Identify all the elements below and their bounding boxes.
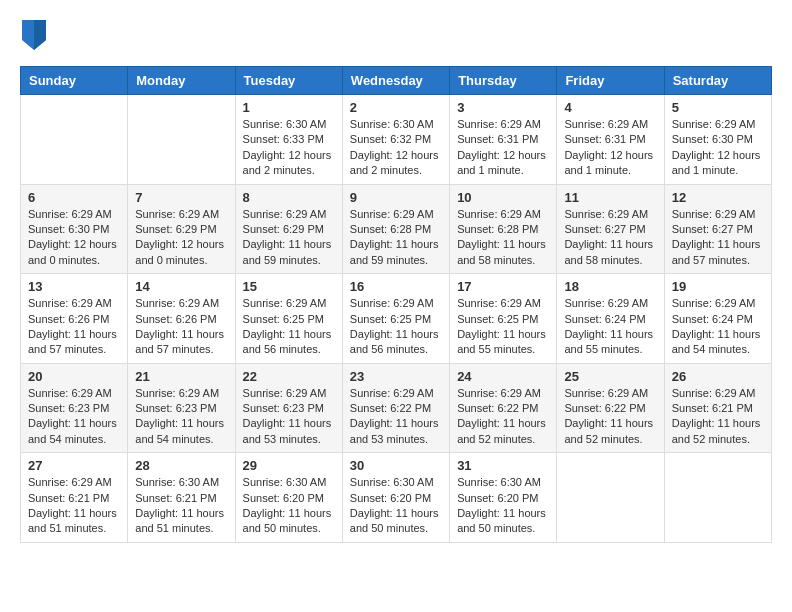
day-number: 26 <box>672 369 764 384</box>
calendar-cell: 21Sunrise: 6:29 AM Sunset: 6:23 PM Dayli… <box>128 363 235 453</box>
day-number: 4 <box>564 100 656 115</box>
day-number: 21 <box>135 369 227 384</box>
calendar-cell: 12Sunrise: 6:29 AM Sunset: 6:27 PM Dayli… <box>664 184 771 274</box>
day-info: Sunrise: 6:29 AM Sunset: 6:24 PM Dayligh… <box>672 296 764 358</box>
day-info: Sunrise: 6:29 AM Sunset: 6:31 PM Dayligh… <box>564 117 656 179</box>
day-header-tuesday: Tuesday <box>235 67 342 95</box>
day-header-monday: Monday <box>128 67 235 95</box>
day-number: 27 <box>28 458 120 473</box>
day-info: Sunrise: 6:29 AM Sunset: 6:23 PM Dayligh… <box>28 386 120 448</box>
calendar-cell: 1Sunrise: 6:30 AM Sunset: 6:33 PM Daylig… <box>235 95 342 185</box>
day-info: Sunrise: 6:29 AM Sunset: 6:27 PM Dayligh… <box>564 207 656 269</box>
calendar-cell: 26Sunrise: 6:29 AM Sunset: 6:21 PM Dayli… <box>664 363 771 453</box>
day-info: Sunrise: 6:29 AM Sunset: 6:26 PM Dayligh… <box>135 296 227 358</box>
day-number: 29 <box>243 458 335 473</box>
calendar-cell: 4Sunrise: 6:29 AM Sunset: 6:31 PM Daylig… <box>557 95 664 185</box>
day-info: Sunrise: 6:29 AM Sunset: 6:31 PM Dayligh… <box>457 117 549 179</box>
day-info: Sunrise: 6:30 AM Sunset: 6:33 PM Dayligh… <box>243 117 335 179</box>
day-info: Sunrise: 6:29 AM Sunset: 6:27 PM Dayligh… <box>672 207 764 269</box>
day-info: Sunrise: 6:29 AM Sunset: 6:25 PM Dayligh… <box>350 296 442 358</box>
calendar-cell: 13Sunrise: 6:29 AM Sunset: 6:26 PM Dayli… <box>21 274 128 364</box>
page-header <box>20 20 772 50</box>
calendar-cell: 8Sunrise: 6:29 AM Sunset: 6:29 PM Daylig… <box>235 184 342 274</box>
logo-icon <box>22 20 46 50</box>
day-header-sunday: Sunday <box>21 67 128 95</box>
day-info: Sunrise: 6:29 AM Sunset: 6:29 PM Dayligh… <box>243 207 335 269</box>
day-number: 2 <box>350 100 442 115</box>
day-info: Sunrise: 6:29 AM Sunset: 6:21 PM Dayligh… <box>672 386 764 448</box>
day-number: 24 <box>457 369 549 384</box>
calendar-cell <box>21 95 128 185</box>
calendar-cell <box>557 453 664 543</box>
day-info: Sunrise: 6:29 AM Sunset: 6:23 PM Dayligh… <box>243 386 335 448</box>
day-number: 15 <box>243 279 335 294</box>
day-info: Sunrise: 6:30 AM Sunset: 6:20 PM Dayligh… <box>350 475 442 537</box>
calendar-cell: 28Sunrise: 6:30 AM Sunset: 6:21 PM Dayli… <box>128 453 235 543</box>
day-number: 8 <box>243 190 335 205</box>
day-number: 3 <box>457 100 549 115</box>
calendar-cell: 7Sunrise: 6:29 AM Sunset: 6:29 PM Daylig… <box>128 184 235 274</box>
day-number: 14 <box>135 279 227 294</box>
calendar-cell: 19Sunrise: 6:29 AM Sunset: 6:24 PM Dayli… <box>664 274 771 364</box>
day-info: Sunrise: 6:29 AM Sunset: 6:25 PM Dayligh… <box>243 296 335 358</box>
calendar-cell: 23Sunrise: 6:29 AM Sunset: 6:22 PM Dayli… <box>342 363 449 453</box>
calendar-cell: 25Sunrise: 6:29 AM Sunset: 6:22 PM Dayli… <box>557 363 664 453</box>
day-info: Sunrise: 6:30 AM Sunset: 6:20 PM Dayligh… <box>457 475 549 537</box>
day-number: 1 <box>243 100 335 115</box>
calendar-cell: 11Sunrise: 6:29 AM Sunset: 6:27 PM Dayli… <box>557 184 664 274</box>
calendar-cell: 2Sunrise: 6:30 AM Sunset: 6:32 PM Daylig… <box>342 95 449 185</box>
day-number: 28 <box>135 458 227 473</box>
calendar-cell: 24Sunrise: 6:29 AM Sunset: 6:22 PM Dayli… <box>450 363 557 453</box>
day-info: Sunrise: 6:29 AM Sunset: 6:22 PM Dayligh… <box>350 386 442 448</box>
calendar-week-5: 27Sunrise: 6:29 AM Sunset: 6:21 PM Dayli… <box>21 453 772 543</box>
calendar-week-1: 1Sunrise: 6:30 AM Sunset: 6:33 PM Daylig… <box>21 95 772 185</box>
day-number: 12 <box>672 190 764 205</box>
day-number: 10 <box>457 190 549 205</box>
day-info: Sunrise: 6:29 AM Sunset: 6:28 PM Dayligh… <box>457 207 549 269</box>
calendar-cell: 9Sunrise: 6:29 AM Sunset: 6:28 PM Daylig… <box>342 184 449 274</box>
calendar-cell: 31Sunrise: 6:30 AM Sunset: 6:20 PM Dayli… <box>450 453 557 543</box>
day-number: 31 <box>457 458 549 473</box>
calendar-cell: 17Sunrise: 6:29 AM Sunset: 6:25 PM Dayli… <box>450 274 557 364</box>
calendar-cell: 30Sunrise: 6:30 AM Sunset: 6:20 PM Dayli… <box>342 453 449 543</box>
day-number: 19 <box>672 279 764 294</box>
day-info: Sunrise: 6:29 AM Sunset: 6:22 PM Dayligh… <box>564 386 656 448</box>
day-info: Sunrise: 6:30 AM Sunset: 6:21 PM Dayligh… <box>135 475 227 537</box>
calendar-cell: 18Sunrise: 6:29 AM Sunset: 6:24 PM Dayli… <box>557 274 664 364</box>
calendar-week-3: 13Sunrise: 6:29 AM Sunset: 6:26 PM Dayli… <box>21 274 772 364</box>
day-info: Sunrise: 6:30 AM Sunset: 6:20 PM Dayligh… <box>243 475 335 537</box>
day-number: 18 <box>564 279 656 294</box>
calendar-cell: 27Sunrise: 6:29 AM Sunset: 6:21 PM Dayli… <box>21 453 128 543</box>
calendar-cell: 22Sunrise: 6:29 AM Sunset: 6:23 PM Dayli… <box>235 363 342 453</box>
day-info: Sunrise: 6:29 AM Sunset: 6:24 PM Dayligh… <box>564 296 656 358</box>
day-info: Sunrise: 6:29 AM Sunset: 6:30 PM Dayligh… <box>28 207 120 269</box>
logo <box>20 20 46 50</box>
day-number: 17 <box>457 279 549 294</box>
day-number: 11 <box>564 190 656 205</box>
day-number: 7 <box>135 190 227 205</box>
day-header-saturday: Saturday <box>664 67 771 95</box>
calendar-cell: 29Sunrise: 6:30 AM Sunset: 6:20 PM Dayli… <box>235 453 342 543</box>
calendar-cell: 14Sunrise: 6:29 AM Sunset: 6:26 PM Dayli… <box>128 274 235 364</box>
day-number: 6 <box>28 190 120 205</box>
day-header-thursday: Thursday <box>450 67 557 95</box>
day-number: 9 <box>350 190 442 205</box>
day-info: Sunrise: 6:29 AM Sunset: 6:21 PM Dayligh… <box>28 475 120 537</box>
day-info: Sunrise: 6:30 AM Sunset: 6:32 PM Dayligh… <box>350 117 442 179</box>
svg-marker-1 <box>34 20 46 50</box>
day-number: 22 <box>243 369 335 384</box>
day-number: 13 <box>28 279 120 294</box>
calendar-cell <box>128 95 235 185</box>
calendar-cell: 3Sunrise: 6:29 AM Sunset: 6:31 PM Daylig… <box>450 95 557 185</box>
day-header-friday: Friday <box>557 67 664 95</box>
day-header-wednesday: Wednesday <box>342 67 449 95</box>
day-info: Sunrise: 6:29 AM Sunset: 6:30 PM Dayligh… <box>672 117 764 179</box>
day-info: Sunrise: 6:29 AM Sunset: 6:22 PM Dayligh… <box>457 386 549 448</box>
day-info: Sunrise: 6:29 AM Sunset: 6:23 PM Dayligh… <box>135 386 227 448</box>
day-info: Sunrise: 6:29 AM Sunset: 6:26 PM Dayligh… <box>28 296 120 358</box>
calendar-cell <box>664 453 771 543</box>
calendar-cell: 5Sunrise: 6:29 AM Sunset: 6:30 PM Daylig… <box>664 95 771 185</box>
calendar-cell: 6Sunrise: 6:29 AM Sunset: 6:30 PM Daylig… <box>21 184 128 274</box>
day-number: 25 <box>564 369 656 384</box>
calendar-cell: 20Sunrise: 6:29 AM Sunset: 6:23 PM Dayli… <box>21 363 128 453</box>
